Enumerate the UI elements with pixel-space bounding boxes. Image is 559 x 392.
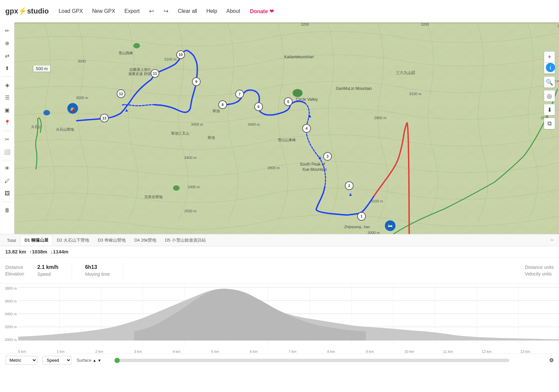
svg-text:3100 m: 3100 m [164, 57, 176, 61]
x-6km: 6 km [250, 350, 289, 353]
svg-text:3: 3 [326, 154, 328, 158]
svg-rect-4 [14, 22, 559, 234]
svg-text:2800 m: 2800 m [267, 166, 280, 170]
about-button[interactable]: About [223, 6, 243, 16]
view-tool-button[interactable]: 👁 [2, 163, 13, 174]
velocity-unit-select-wrap: Speed Pace [42, 356, 71, 365]
x-7km: 7 km [289, 350, 327, 353]
y-label-3400: 3400 m [3, 312, 17, 316]
export-button[interactable]: Export [121, 6, 143, 16]
svg-text:▲: ▲ [318, 155, 322, 160]
elevation-chart[interactable] [18, 284, 559, 350]
logo-studio: studio [27, 7, 49, 15]
svg-text:1: 1 [361, 214, 363, 218]
units-stat: Distance units Velocity units [525, 265, 554, 276]
tab-d1[interactable]: D1 輛篷山屋 [20, 235, 52, 245]
logo-bolt: ⚡ [18, 7, 27, 15]
toolbar-separator-2 [3, 131, 12, 131]
cut-tool-button[interactable]: ✂ [2, 134, 13, 145]
undo-button[interactable]: ↩ [145, 5, 157, 17]
draw-tool-button[interactable]: 🖊 [2, 175, 13, 187]
photo-tool-button[interactable]: 🖼 [2, 188, 13, 199]
x-12km: 12 km [482, 350, 520, 353]
distance-stat: Distance Elevation [5, 265, 24, 276]
download-control: ⬇ [544, 104, 555, 115]
velocity-unit-select[interactable]: Speed Pace [42, 356, 71, 365]
x-8km: 8 km [327, 350, 366, 353]
search-control: 🔍 [544, 76, 555, 88]
edit-tool-button[interactable]: ✏ [2, 25, 13, 36]
zoom-in-button[interactable]: + [544, 51, 555, 63]
locate-button[interactable]: ◎ [544, 90, 555, 101]
logo-gpx: gpx [5, 7, 18, 15]
svg-text:3200: 3200 [301, 22, 309, 26]
surface-label: Surface [77, 358, 91, 363]
surface-down-button[interactable]: ▼ [98, 358, 101, 362]
redo-button[interactable]: ↪ [160, 5, 172, 17]
download-button[interactable]: ⬇ [544, 104, 555, 115]
svg-text:3400 m: 3400 m [191, 122, 203, 126]
y-label-3600: 3600 m [3, 299, 17, 303]
add-tool-button[interactable]: ⊕ [2, 38, 13, 49]
elevation-y-labels: 3800 m 3600 m 3400 m 3200 m 3000 m [0, 284, 18, 350]
svg-text:5: 5 [287, 100, 289, 104]
x-3km: 3 km [134, 350, 172, 353]
surface-slider[interactable] [114, 359, 509, 362]
tab-d2[interactable]: D2 火石山下營地 [53, 235, 93, 245]
distance-units-label: Distance units [525, 265, 554, 270]
swap-tool-button[interactable]: ⇄ [2, 50, 13, 61]
moving-time-label: Moving time [85, 272, 110, 277]
svg-text:12: 12 [119, 92, 123, 96]
svg-text:▲: ▲ [308, 113, 312, 118]
info-button[interactable]: i [546, 63, 555, 72]
waypoint-tool-button[interactable]: ◈ [2, 79, 13, 91]
distance-unit-select-wrap: Metric Imperial [5, 356, 37, 365]
svg-point-8 [43, 110, 50, 115]
stats-row: Distance Elevation 2.1 km/h Speed 6h13 M… [0, 257, 559, 284]
crop-tool-button[interactable]: ⬜ [2, 146, 13, 157]
layers-button[interactable]: ⧉ [544, 118, 555, 129]
svg-text:4: 4 [306, 126, 308, 130]
svg-text:2500 m: 2500 m [184, 209, 196, 213]
delete-tool-button[interactable]: 🗑 [2, 205, 13, 216]
distance-unit-select[interactable]: Metric Imperial [5, 356, 37, 365]
elevation-chart-wrap: 3800 m 3600 m 3400 m 3200 m 3000 m [0, 284, 559, 350]
tab-d3[interactable]: D3 奇峻山營地 [93, 235, 130, 245]
x-0km: 0 km [18, 350, 57, 353]
svg-text:翠池: 翠池 [208, 136, 215, 140]
tab-bar: Total D1 輛篷山屋 D2 火石山下營地 D3 奇峻山營地 D4 26k營… [0, 234, 559, 246]
toolbar-separator-3 [3, 160, 12, 160]
minimize-button[interactable]: − [547, 237, 556, 244]
surface-slider-wrap [107, 359, 544, 362]
stats-divider [72, 262, 72, 279]
pin-tool-button[interactable]: 📍 [2, 117, 13, 128]
svg-text:10: 10 [179, 53, 183, 57]
donate-heart: ❤ [269, 9, 274, 14]
clear-all-button[interactable]: Clear all [174, 6, 200, 16]
list-tool-button[interactable]: ☰ [2, 92, 13, 103]
help-button[interactable]: Help [203, 6, 220, 16]
svg-text:3100 m: 3100 m [371, 199, 383, 203]
svg-text:3000: 3000 [78, 59, 86, 63]
map-area[interactable]: 3200 3200 3200 3000 m 3000 3100 m 3400 m… [14, 22, 559, 234]
segment-tool-button[interactable]: ▣ [2, 104, 13, 116]
svg-text:翠池: 翠池 [213, 109, 220, 113]
surface-controls: Surface ▲ ▼ [77, 358, 101, 363]
svg-text:3200: 3200 [557, 24, 559, 28]
map-scale: 500 m [33, 65, 51, 72]
search-button[interactable]: 🔍 [544, 76, 555, 88]
tab-d4[interactable]: D4 26k營地 [130, 235, 161, 245]
svg-point-5 [292, 89, 302, 97]
svg-text:South Peak of: South Peak of [300, 162, 325, 167]
svg-text:🛏: 🛏 [388, 223, 393, 228]
load-gpx-button[interactable]: Load GPX [55, 6, 86, 16]
tab-d5[interactable]: D5 小雪山旅遊資訊站 [161, 235, 210, 245]
stats-divider-2 [123, 262, 123, 279]
surface-up-button[interactable]: ▲ [93, 358, 96, 362]
tab-total[interactable]: Total [3, 236, 20, 245]
settings-icon[interactable]: ⚙ [549, 357, 554, 363]
new-gpx-button[interactable]: New GPX [89, 6, 118, 16]
direction-tool-button[interactable]: ⬆ [2, 63, 13, 74]
distance-km: 13.82 km [5, 249, 26, 254]
donate-button[interactable]: Donate ❤ [246, 6, 278, 16]
